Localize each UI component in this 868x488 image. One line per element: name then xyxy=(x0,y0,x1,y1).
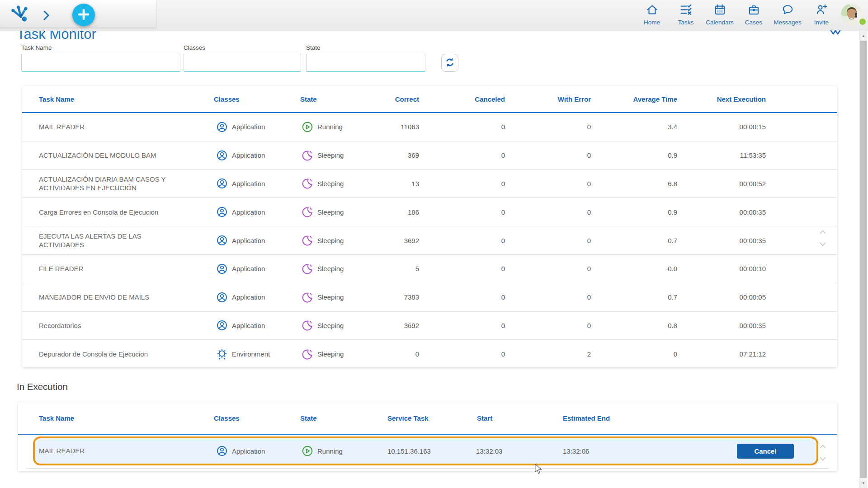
task-name-cell: Depurador de Consola de Ejecucion xyxy=(39,340,211,367)
table-row[interactable]: MANEJADOR DE ENVIO DE MAILS Application … xyxy=(22,283,837,312)
sleeping-icon xyxy=(302,206,313,218)
class-cell: Application xyxy=(211,226,299,254)
classes-filter-input[interactable] xyxy=(184,54,301,72)
table-row[interactable]: MAIL READER Application Running 11063 0 … xyxy=(22,113,837,141)
column-header-state: State xyxy=(299,95,382,103)
state-cell: Sleeping xyxy=(299,340,382,367)
task-name-filter-input[interactable] xyxy=(21,54,180,72)
state-cell: Running xyxy=(299,445,376,457)
next-execution-cell: 00:00:10 xyxy=(694,255,792,283)
in-execution-heading: In Execution xyxy=(17,381,68,392)
application-icon xyxy=(216,150,228,161)
scrollbar-thumb[interactable] xyxy=(860,41,867,478)
application-icon xyxy=(216,445,228,457)
chevron-down-icon[interactable] xyxy=(819,455,826,463)
task-name-cell: MANEJADOR DE ENVIO DE MAILS xyxy=(39,283,211,311)
briefcase-icon xyxy=(748,4,760,18)
scroll-up-arrow[interactable]: ▲ xyxy=(859,31,868,41)
service-task-cell: 10.151.36.163 xyxy=(376,447,466,455)
class-cell: Application xyxy=(211,113,299,141)
nav-item-cases[interactable]: Cases xyxy=(739,4,768,26)
average-time-cell: 3.4 xyxy=(609,113,694,141)
chevron-down-icon[interactable] xyxy=(819,240,826,249)
environment-icon xyxy=(216,348,228,360)
running-icon xyxy=(302,121,313,133)
column-header-service-task: Service Task xyxy=(376,414,466,422)
column-header-average-time: Average Time xyxy=(609,95,694,103)
application-icon xyxy=(216,235,228,246)
state-cell: Sleeping xyxy=(299,141,382,169)
nav-item-calendars[interactable]: Calendars xyxy=(705,4,734,26)
average-time-cell: 0.8 xyxy=(609,312,694,340)
canceled-cell: 0 xyxy=(437,283,523,311)
canceled-cell: 0 xyxy=(437,312,523,340)
canceled-cell: 0 xyxy=(437,340,523,367)
table-row[interactable]: Recordatorios Application Sleeping 3692 … xyxy=(22,312,837,340)
new-request-button[interactable] xyxy=(72,4,95,26)
state-label: Running xyxy=(317,447,343,455)
correct-cell: 186 xyxy=(382,198,437,226)
state-label: Sleeping xyxy=(317,237,344,244)
table-scroll-arrows[interactable] xyxy=(819,443,826,463)
chevron-up-icon[interactable] xyxy=(819,443,826,451)
double-chevron-down-icon[interactable] xyxy=(830,29,841,37)
table-row[interactable]: EJECUTA LAS ALERTAS DE LAS ACTIVIDADES A… xyxy=(22,226,837,255)
with-error-cell: 2 xyxy=(523,340,609,367)
refresh-icon xyxy=(444,57,455,69)
table-row[interactable]: Carga Errores en Consola de Ejecucion Ap… xyxy=(22,198,837,226)
state-label: Sleeping xyxy=(317,151,344,159)
filter-state: State xyxy=(306,44,425,72)
column-header-start: Start xyxy=(466,414,557,422)
column-header-correct: Correct xyxy=(382,95,437,103)
cancel-button[interactable]: Cancel xyxy=(737,444,794,459)
class-label: Environment xyxy=(232,350,270,358)
application-icon xyxy=(216,206,228,218)
column-header-classes: Classes xyxy=(211,414,299,422)
nav-item-home[interactable]: Home xyxy=(637,4,666,26)
start-cell: 13:32:03 xyxy=(466,447,557,455)
table-scroll-arrows[interactable] xyxy=(819,228,826,249)
chevron-up-icon[interactable] xyxy=(819,228,826,236)
execution-table-header: Task Name Classes State Service Task Sta… xyxy=(18,402,837,435)
class-cell: Application xyxy=(211,141,299,169)
frog-logo-icon xyxy=(9,5,30,25)
class-label: Application xyxy=(232,293,265,301)
nav-item-messages[interactable]: Messages xyxy=(773,4,802,26)
state-cell: Sleeping xyxy=(299,226,382,254)
table-row[interactable]: ACTUALIZACIÓN DIARIA BAM CASOS Y ACTIVID… xyxy=(22,170,837,198)
state-cell: Sleeping xyxy=(299,283,382,311)
chat-bubble-icon xyxy=(782,4,794,18)
expand-sidebar-chevron-icon[interactable] xyxy=(43,10,50,22)
column-header-state: State xyxy=(299,414,376,422)
table-row[interactable]: ACTUALIZACIÓN DEL MODULO BAM Application… xyxy=(22,141,837,170)
state-filter-label: State xyxy=(306,44,425,51)
next-execution-cell: 00:00:52 xyxy=(694,170,792,198)
scroll-down-arrow[interactable]: ▼ xyxy=(859,478,868,488)
average-time-cell: 0.7 xyxy=(609,283,694,311)
column-header-with-error: With Error xyxy=(523,95,609,103)
with-error-cell: 0 xyxy=(523,113,609,141)
table-row[interactable]: Depurador de Consola de Ejecucion Enviro… xyxy=(22,340,837,367)
refresh-button[interactable] xyxy=(441,54,458,72)
nav-item-tasks[interactable]: Tasks xyxy=(671,4,700,26)
vertical-scrollbar[interactable]: ▲ ▼ xyxy=(859,31,867,488)
application-icon xyxy=(216,263,228,275)
with-error-cell: 0 xyxy=(523,312,609,340)
nav-label-cases: Cases xyxy=(745,19,762,26)
in-execution-table: Task Name Classes State Service Task Sta… xyxy=(18,402,837,471)
class-label: Application xyxy=(232,322,265,329)
monitor-table-header: Task Name Classes State Correct Canceled… xyxy=(22,86,837,113)
class-cell: Application xyxy=(211,255,299,283)
canceled-cell: 0 xyxy=(437,170,523,198)
average-time-cell: 0.9 xyxy=(609,198,694,226)
next-execution-cell: 00:00:35 xyxy=(694,226,792,254)
class-label: Application xyxy=(232,447,265,455)
execution-row-highlighted[interactable]: MAIL READER Application Running 10.151.3… xyxy=(33,436,818,465)
task-name-cell: EJECUTA LAS ALERTAS DE LAS ACTIVIDADES xyxy=(39,226,211,254)
table-row[interactable]: FILE READER Application Sleeping 5 0 0 -… xyxy=(22,255,837,283)
application-icon xyxy=(216,291,228,303)
monitor-table-body: MAIL READER Application Running 11063 0 … xyxy=(22,113,837,367)
nav-item-invite[interactable]: Invite xyxy=(807,4,836,26)
average-time-cell: 0 xyxy=(609,340,694,367)
state-filter-input[interactable] xyxy=(306,54,425,72)
